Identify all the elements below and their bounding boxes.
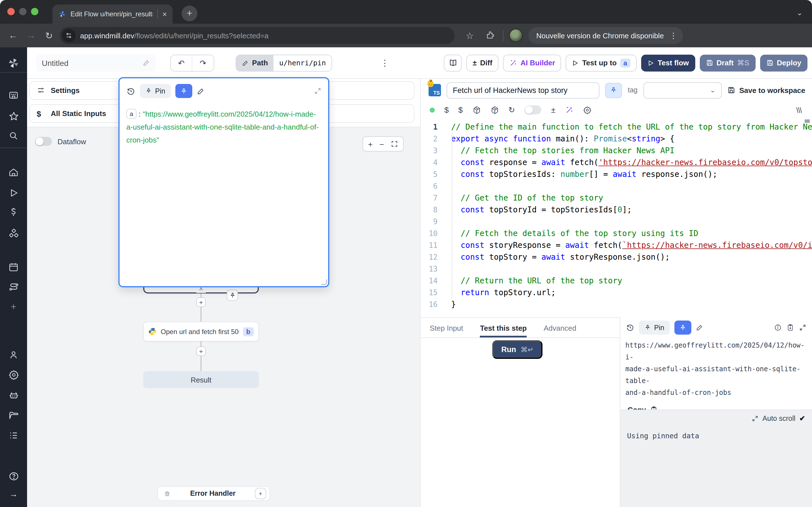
sidebar-item-workers[interactable] [0,388,27,403]
sidebar-item-settings[interactable] [0,367,27,382]
diff-button[interactable]: ± Diff [466,54,499,71]
sidebar-item-search[interactable] [0,128,27,143]
flow-more-icon[interactable]: ⋮ [380,58,389,68]
sidebar-item-users[interactable] [0,348,27,362]
path-chip[interactable]: Path u/henri/pin [236,54,332,71]
ai-builder-button[interactable]: AI Builder [503,54,561,71]
expand-icon[interactable] [752,415,758,421]
sidebar-item-workspace[interactable] [0,88,27,103]
insert-step-button[interactable]: + [196,346,206,356]
flow-node-b[interactable]: Open url and fetch first 500 words of ..… [143,322,259,341]
pin-button[interactable]: Pin [140,84,171,98]
sidebar-item-favorites[interactable] [0,109,27,123]
forward-icon[interactable]: → [24,28,38,43]
chrome-update-button[interactable]: Nouvelle version de Chrome disponible ⋮ [528,27,683,44]
history-icon[interactable] [626,323,635,332]
sidebar-item-add[interactable]: + [0,300,27,314]
address-bar[interactable]: app.windmill.dev/flows/edit/u/henri/pin_… [60,27,455,44]
code-line[interactable]: 1// Define the main function to fetch th… [421,121,812,133]
bookmark-star-icon[interactable]: ☆ [462,28,477,43]
variables-icon[interactable]: $ [444,105,449,114]
dataflow-toggle[interactable] [35,137,52,146]
sidebar-item-help[interactable] [0,469,27,483]
pin-button[interactable]: Pin [639,321,670,335]
result-node[interactable]: Result [143,371,259,388]
sidebar-expand-icon[interactable]: → [0,486,27,501]
code-line[interactable]: 6 [421,180,812,192]
code-line[interactable]: 2export async function main(): Promise<s… [421,133,812,145]
collapse-chevron-icon[interactable]: ˄ [196,287,206,293]
redo-button[interactable]: ↷ [192,55,214,71]
code-line[interactable]: 12 const topStory = await storyResponse.… [421,251,812,263]
code-line[interactable]: 14 // Return the URL of the top story [421,275,812,287]
profile-avatar[interactable] [509,29,523,42]
step-title-input[interactable]: Fetch url of HackerNews top story [447,82,599,98]
code-line[interactable]: 9 [421,216,812,228]
info-icon[interactable] [774,324,781,331]
pinned-value[interactable]: a : "https://www.geoffreylitt.com/2025/0… [126,108,321,147]
back-icon[interactable]: ← [6,28,20,43]
save-to-workspace-button[interactable]: Save to workspace [727,86,808,94]
flow-name-field[interactable]: Untitled [36,54,156,71]
code-line[interactable]: 15 return topStory.url; [421,287,812,298]
sidebar-item-routes[interactable] [0,279,27,294]
reload-icon[interactable]: ↻ [42,28,56,43]
code-line[interactable]: 4 const response = await fetch('https://… [421,157,812,168]
gear-icon[interactable] [583,106,592,114]
pinned-result-url[interactable]: https://www.geoffreylitt.com/2025/04/12/… [620,338,812,399]
pin-active-toggle[interactable] [674,321,691,335]
code-line[interactable]: 5 const topStoriesIds: number[] = await … [421,168,812,180]
tab-search-icon[interactable]: ⌄ [793,6,806,19]
fullscreen-icon[interactable] [799,324,806,331]
sidebar-item-folders[interactable] [0,408,27,422]
zoom-in-icon[interactable]: + [368,140,372,148]
code-line[interactable]: 10 // Fetch the details of the top story… [421,228,812,239]
code-editor[interactable]: 1// Define the main function to fetch th… [421,118,812,317]
tab-test-this-step[interactable]: Test this step [480,324,527,337]
sidebar-item-home[interactable] [0,165,27,180]
pin-toggle-button[interactable] [605,82,622,98]
chrome-menu-icon[interactable]: ⋮ [669,31,677,40]
run-button[interactable]: Run ⌘↵ [492,340,543,359]
test-up-to-button[interactable]: Test up to a [566,54,637,71]
code-line[interactable]: 3 // Fetch the top stories from Hacker N… [421,145,812,157]
code-line[interactable]: 13 [421,263,812,275]
add-error-handler-button[interactable]: + [255,488,266,499]
sidebar-item-logs[interactable] [0,428,27,443]
draft-button[interactable]: Draft ⌘S [700,54,755,71]
resize-handle[interactable] [321,279,327,285]
browser-tab[interactable]: Edit Flow u/henri/pin_results × [52,4,172,24]
package-icon[interactable] [472,106,481,114]
zoom-out-icon[interactable]: − [379,140,384,148]
library-icon[interactable] [795,106,803,114]
expand-popup-icon[interactable] [314,87,321,95]
node-pin-badge[interactable] [227,290,238,301]
sidebar-item-runs[interactable] [0,185,27,200]
tab-advanced[interactable]: Advanced [544,324,576,337]
test-flow-button[interactable]: Test flow [642,54,695,71]
code-line[interactable]: 8 const topStoryId = topStoriesIds[0]; [421,204,812,216]
insert-step-button[interactable]: + [196,297,206,307]
code-line[interactable]: 7 // Get the ID of the top story [421,192,812,204]
reset-icon[interactable]: ↻ [508,105,515,114]
tab-step-input[interactable]: Step Input [430,324,463,337]
sidebar-item-variables[interactable] [0,205,27,220]
check-icon[interactable]: ✔ [799,414,805,422]
ai-wand-icon[interactable] [565,106,573,114]
extensions-icon[interactable] [483,28,497,43]
pin-active-toggle[interactable] [175,84,192,98]
code-line[interactable]: 11 const storyResponse = await fetch(`ht… [421,239,812,251]
windmill-logo-icon[interactable] [0,56,27,70]
clipboard-icon[interactable] [786,324,794,331]
sidebar-item-resources[interactable] [0,226,27,240]
docs-book-button[interactable] [444,54,462,71]
tab-close-icon[interactable]: × [162,10,167,18]
site-info-icon[interactable] [62,29,75,42]
scrollbar-thumb[interactable] [805,119,810,123]
undo-button[interactable]: ↶ [171,55,192,71]
resources-icon[interactable]: $ [458,105,463,114]
edit-pin-icon[interactable] [696,324,703,331]
code-line[interactable]: 16} [421,298,812,311]
new-tab-button[interactable]: + [182,6,197,21]
error-handler-node[interactable]: Error Handler + [157,486,270,501]
